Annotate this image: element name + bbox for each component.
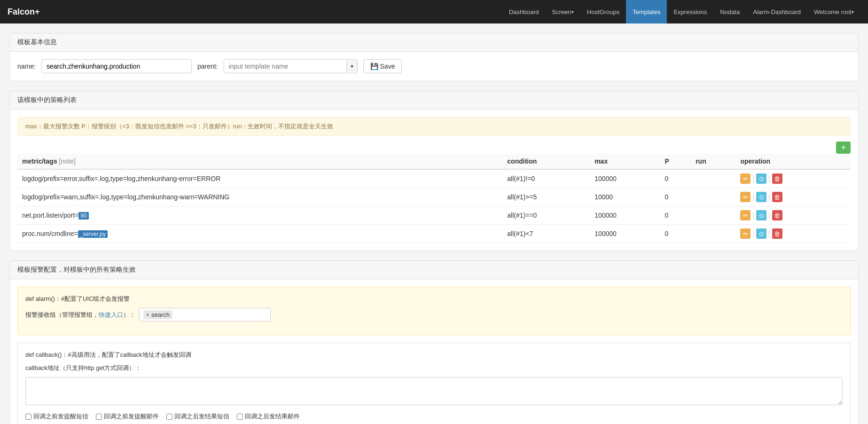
strategy-list-body: max：最大报警次数 P：报警级别（<3：既发短信也发邮件 >=3：只发邮件）r… — [10, 110, 858, 251]
page-content: 模板基本信息 name: parent: ▾ 💾 Save 该模板中的策略列表 — [0, 24, 868, 424]
tag-remove-search[interactable]: × — [146, 312, 149, 318]
callback-url-input[interactable] — [25, 377, 843, 405]
row-0-operation: ✏ | ⊙ | 🗑 — [735, 169, 851, 188]
row-1-operation: ✏ | ⊙ | 🗑 — [735, 188, 851, 206]
name-input[interactable] — [41, 59, 192, 73]
checkbox-cb4[interactable] — [237, 414, 243, 420]
table-row: logdog/prefix=error,suffix=.log,type=log… — [17, 169, 851, 188]
nav-link-dashboard[interactable]: Dashboard — [502, 0, 546, 24]
row-1-p: 0 — [660, 188, 691, 206]
delete-icon-1[interactable]: 🗑 — [772, 192, 782, 202]
strategy-list-panel: 该模板中的策略列表 max：最大报警次数 P：报警级别（<3：既发短信也发邮件 … — [9, 91, 859, 251]
row-0-run — [691, 169, 735, 188]
row-1-max: 10000 — [590, 188, 660, 206]
row-2-max: 100000 — [590, 206, 660, 225]
col-condition: condition — [502, 154, 590, 169]
basic-info-header: 模板基本信息 — [10, 33, 858, 52]
checkbox-label-cb3[interactable]: 回调之后发结果短信 — [166, 412, 229, 421]
checkbox-label-cb2[interactable]: 回调之前发提醒邮件 — [96, 412, 159, 421]
port-tag: 80 — [78, 212, 88, 220]
add-strategy-button[interactable]: + — [836, 141, 851, 154]
alarm-def-text: def alarm()：#配置了UIC组才会发报警 — [25, 295, 843, 303]
tag-input-area[interactable]: × search — [139, 308, 271, 322]
alarm-def-section: def alarm()：#配置了UIC组才会发报警 报警接收组（管理报警组，快捷… — [17, 287, 851, 335]
table-row: logdog/prefix=warn,suffix=.log,type=log,… — [17, 188, 851, 206]
tag-search-input[interactable] — [174, 311, 253, 318]
checkbox-label-cb4[interactable]: 回调之后发结果邮件 — [237, 412, 300, 421]
row-2-metric: net.port.listen/port=80 — [17, 206, 502, 225]
row-0-p: 0 — [660, 169, 691, 188]
parent-input[interactable] — [224, 60, 346, 73]
nav-link-screen[interactable]: Screen — [546, 0, 580, 24]
row-1-run — [691, 188, 735, 206]
parent-label: parent: — [197, 63, 218, 70]
nav-link-expressions[interactable]: Expressions — [667, 0, 713, 24]
basic-info-panel: 模板基本信息 name: parent: ▾ 💾 Save — [9, 33, 859, 81]
save-icon: 💾 — [370, 63, 378, 70]
nav-link-hostgroups[interactable]: HostGroups — [580, 0, 626, 24]
copy-icon-2[interactable]: ⊙ — [756, 210, 766, 220]
col-run: run — [691, 154, 735, 169]
delete-icon-3[interactable]: 🗑 — [772, 228, 782, 239]
strategy-table: metric/tags [note] condition max P run o… — [17, 154, 851, 243]
row-2-condition: all(#1)==0 — [502, 206, 590, 225]
nav-link-templates[interactable]: Templates — [626, 0, 667, 24]
parent-input-wrapper: ▾ — [224, 59, 358, 73]
checkbox-cb2[interactable] — [96, 414, 102, 420]
row-3-run — [691, 225, 735, 243]
cmdline-tag: _server.py — [78, 230, 108, 238]
row-2-run — [691, 206, 735, 225]
strategy-list-header: 该模板中的策略列表 — [10, 91, 858, 110]
edit-icon-3[interactable]: ✏ — [740, 228, 751, 239]
parent-dropdown-arrow[interactable]: ▾ — [346, 60, 357, 72]
receiver-row: 报警接收组（管理报警组，快捷入口）： × search — [25, 308, 843, 322]
row-0-max: 100000 — [590, 169, 660, 188]
strategy-info-box: max：最大报警次数 P：报警级别（<3：既发短信也发邮件 >=3：只发邮件）r… — [17, 117, 851, 136]
tag-label-search: search — [151, 311, 170, 318]
tag-item-search: × search — [143, 310, 172, 319]
checkbox-cb1[interactable] — [25, 414, 31, 420]
navbar: Falcon+ DashboardScreenHostGroupsTemplat… — [0, 0, 868, 24]
row-3-operation: ✏ | ⊙ | 🗑 — [735, 225, 851, 243]
alarm-config-header: 模板报警配置，对模板中的所有策略生效 — [10, 261, 858, 279]
table-row: proc.num/cmdline=_server.pyall(#1)<71000… — [17, 225, 851, 243]
receiver-label: 报警接收组（管理报警组，快捷入口）： — [25, 311, 135, 319]
nav-link-nodata[interactable]: Nodata — [713, 0, 746, 24]
checkbox-cb3[interactable] — [166, 414, 172, 420]
brand-link[interactable]: Falcon+ — [8, 7, 40, 17]
delete-icon-2[interactable]: 🗑 — [772, 210, 782, 220]
row-0-condition: all(#1)!=0 — [502, 169, 590, 188]
table-row: net.port.listen/port=80all(#1)==01000000… — [17, 206, 851, 225]
nav-link-welcome[interactable]: Welcome root — [807, 0, 860, 24]
copy-icon-3[interactable]: ⊙ — [756, 228, 766, 239]
nav-link-alarm-dashboard[interactable]: Alarm-Dashboard — [746, 0, 807, 24]
name-label: name: — [17, 63, 36, 70]
callback-label: callback地址（只支持http get方式回调）： — [25, 364, 843, 372]
receiver-link[interactable]: 快捷入口 — [99, 311, 123, 318]
name-form-row: name: parent: ▾ 💾 Save — [17, 59, 851, 73]
row-1-metric: logdog/prefix=warn,suffix=.log,type=log,… — [17, 188, 502, 206]
row-3-condition: all(#1)<7 — [502, 225, 590, 243]
callback-def-section: def callback()：#高级用法，配置了callback地址才会触发回调… — [17, 343, 851, 424]
edit-icon-1[interactable]: ✏ — [740, 192, 751, 202]
alarm-config-body: def alarm()：#配置了UIC组才会发报警 报警接收组（管理报警组，快捷… — [10, 279, 858, 424]
col-max: max — [590, 154, 660, 169]
checkbox-label-cb1[interactable]: 回调之前发提醒短信 — [25, 412, 88, 421]
row-3-p: 0 — [660, 225, 691, 243]
row-0-metric: logdog/prefix=error,suffix=.log,type=log… — [17, 169, 502, 188]
save-button-top[interactable]: 💾 Save — [363, 59, 402, 73]
row-3-max: 100000 — [590, 225, 660, 243]
nav-links: DashboardScreenHostGroupsTemplatesExpres… — [502, 0, 860, 24]
col-p: P — [660, 154, 691, 169]
col-operation: operation — [735, 154, 851, 169]
callback-def-text: def callback()：#高级用法，配置了callback地址才会触发回调 — [25, 351, 843, 359]
edit-icon-2[interactable]: ✏ — [740, 210, 751, 220]
copy-icon-0[interactable]: ⊙ — [756, 173, 766, 184]
row-3-metric: proc.num/cmdline=_server.py — [17, 225, 502, 243]
copy-icon-1[interactable]: ⊙ — [756, 192, 766, 202]
row-2-p: 0 — [660, 206, 691, 225]
delete-icon-0[interactable]: 🗑 — [772, 173, 782, 184]
checkbox-row: 回调之前发提醒短信 回调之前发提醒邮件 回调之后发结果短信 回调之后发结果邮件 — [25, 412, 843, 421]
edit-icon-0[interactable]: ✏ — [740, 173, 751, 184]
row-1-condition: all(#1)>=5 — [502, 188, 590, 206]
